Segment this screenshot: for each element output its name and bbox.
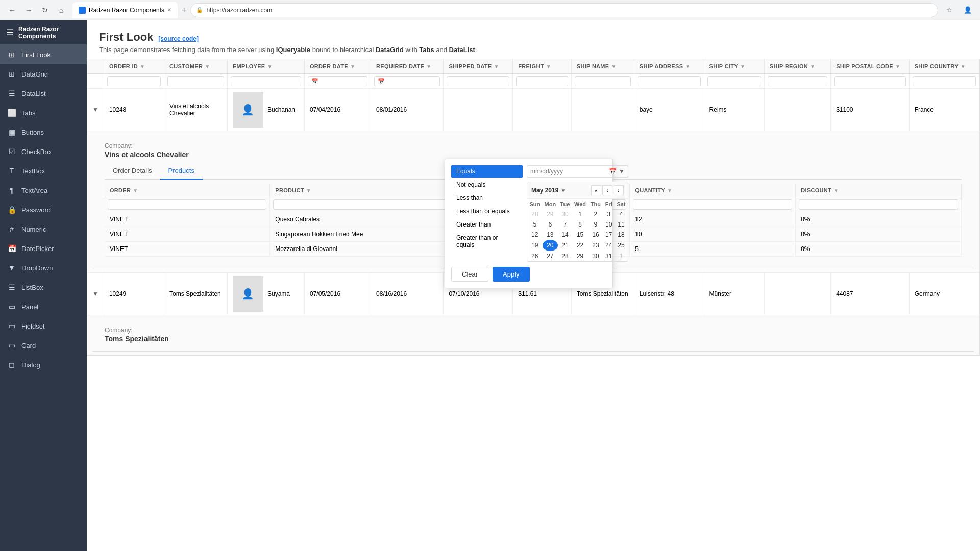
calendar-day[interactable]: 11 [615, 219, 628, 230]
sidebar-item-tabs[interactable]: ⬜Tabs [0, 103, 87, 122]
search-shipped-date[interactable] [447, 76, 509, 86]
search-ship-postal[interactable] [834, 76, 906, 86]
calendar-day[interactable]: 27 [543, 251, 558, 261]
sidebar-item-textarea[interactable]: ¶TextArea [0, 181, 87, 200]
browser-tab[interactable]: Radzen Razor Components ✕ [72, 2, 178, 18]
back-button[interactable]: ← [5, 3, 19, 17]
expand-button[interactable]: ▼ [92, 106, 99, 113]
calendar-day[interactable]: 12 [527, 230, 543, 240]
calendar-day[interactable]: 9 [588, 219, 603, 230]
cal-next-button[interactable]: › [614, 185, 624, 195]
order-date-filter-icon[interactable]: ▼ [350, 64, 355, 69]
dropdown-arrow-icon[interactable]: ▼ [619, 168, 625, 175]
cal-prev-prev-button[interactable]: « [591, 185, 601, 195]
filter-option-greater-than-or-equals[interactable]: Greater than or equals [451, 232, 523, 251]
ship-region-filter-icon[interactable]: ▼ [810, 64, 815, 69]
cal-prev-button[interactable]: ‹ [602, 185, 612, 195]
ship-address-filter-icon[interactable]: ▼ [685, 64, 690, 69]
apply-button[interactable]: Apply [493, 267, 530, 282]
calendar-day[interactable]: 29 [543, 209, 558, 219]
calendar-day[interactable]: 13 [543, 230, 558, 240]
search-required-date[interactable] [374, 76, 440, 86]
sidebar-item-buttons[interactable]: ▣Buttons [0, 122, 87, 142]
hamburger-icon[interactable]: ☰ [6, 28, 13, 37]
sub-quantity-filter-icon[interactable]: ▼ [667, 188, 672, 193]
order-id-filter-icon[interactable]: ▼ [140, 64, 145, 69]
calendar-day[interactable]: 6 [543, 219, 558, 230]
filter-option-not-equals[interactable]: Not equals [451, 179, 523, 191]
sub-search-quantity[interactable] [633, 199, 792, 210]
sidebar-item-datagrid[interactable]: ⊞DataGrid [0, 64, 87, 84]
calendar-day[interactable]: 19 [527, 240, 543, 251]
sidebar-item-datalist[interactable]: ☰DataList [0, 84, 87, 103]
calendar-day[interactable]: 8 [572, 219, 589, 230]
calendar-day[interactable]: 20 [543, 240, 558, 251]
freight-filter-icon[interactable]: ▼ [546, 64, 551, 69]
ship-postal-filter-icon[interactable]: ▼ [895, 64, 900, 69]
filter-option-greater-than[interactable]: Greater than [451, 218, 523, 231]
calendar-day[interactable]: 7 [558, 219, 572, 230]
calendar-day[interactable]: 26 [527, 251, 543, 261]
calendar-day[interactable]: 18 [615, 230, 628, 240]
sidebar-item-datepicker[interactable]: 📅DatePicker [0, 239, 87, 258]
search-freight[interactable] [516, 76, 568, 86]
expand-button[interactable]: ▼ [92, 290, 99, 297]
calendar-day[interactable]: 10 [603, 219, 615, 230]
search-ship-address[interactable] [638, 76, 701, 86]
source-link[interactable]: [source code] [158, 35, 199, 42]
calendar-day[interactable]: 28 [527, 209, 543, 219]
search-ship-name[interactable] [575, 76, 631, 86]
calendar-day[interactable]: 25 [615, 240, 628, 251]
calendar-day[interactable]: 4 [615, 209, 628, 219]
calendar-day[interactable]: 21 [558, 240, 572, 251]
filter-option-less-than[interactable]: Less than [451, 192, 523, 204]
calendar-day[interactable]: 1 [615, 251, 628, 261]
home-button[interactable]: ⌂ [54, 3, 68, 17]
sidebar-item-first-look[interactable]: ⊞First Look [0, 45, 87, 64]
bookmark-icon[interactable]: ☆ [942, 3, 957, 17]
tab-products[interactable]: Products [160, 163, 203, 180]
sidebar-item-dialog[interactable]: ◻Dialog [0, 355, 87, 374]
search-order-date[interactable] [308, 76, 368, 86]
filter-option-less-than-or-equals[interactable]: Less than or equals [451, 205, 523, 217]
sidebar-item-panel[interactable]: ▭Panel [0, 297, 87, 316]
sub-search-product[interactable] [273, 199, 460, 210]
calendar-day[interactable]: 14 [558, 230, 572, 240]
sidebar-item-card[interactable]: ▭Card [0, 336, 87, 355]
date-input[interactable] [530, 168, 607, 175]
calendar-day[interactable]: 31 [603, 251, 615, 261]
search-ship-country[interactable] [913, 76, 976, 86]
sub-search-discount[interactable] [799, 199, 958, 210]
calendar-day[interactable]: 1 [572, 209, 589, 219]
employee-filter-icon[interactable]: ▼ [267, 64, 273, 69]
search-ship-city[interactable] [707, 76, 761, 86]
ship-name-filter-icon[interactable]: ▼ [611, 64, 616, 69]
calendar-day[interactable]: 3 [603, 209, 615, 219]
customer-filter-icon[interactable]: ▼ [205, 64, 210, 69]
calendar-day[interactable]: 23 [588, 240, 603, 251]
ship-city-filter-icon[interactable]: ▼ [740, 64, 745, 69]
shipped-date-filter-icon[interactable]: ▼ [494, 64, 499, 69]
filter-option-equals[interactable]: Equals [451, 165, 523, 178]
ship-country-filter-icon[interactable]: ▼ [961, 64, 966, 69]
sidebar-item-listbox[interactable]: ☰ListBox [0, 278, 87, 297]
calendar-day[interactable]: 15 [572, 230, 589, 240]
sub-order-filter-icon[interactable]: ▼ [133, 188, 138, 193]
tab-close-icon[interactable]: ✕ [167, 7, 172, 13]
calendar-day[interactable]: 5 [527, 219, 543, 230]
search-customer[interactable] [167, 76, 224, 86]
sidebar-item-numeric[interactable]: #Numeric [0, 219, 87, 239]
address-bar[interactable]: 🔒 https://razor.radzen.com [190, 3, 938, 17]
profile-icon[interactable]: 👤 [961, 3, 975, 17]
calendar-day[interactable]: 16 [588, 230, 603, 240]
calendar-day[interactable]: 2 [588, 209, 603, 219]
new-tab-button[interactable]: + [182, 6, 186, 15]
search-ship-region[interactable] [768, 76, 827, 86]
calendar-day[interactable]: 29 [572, 251, 589, 261]
calendar-icon[interactable]: 📅 [609, 168, 617, 175]
sidebar-item-textbox[interactable]: TTextBox [0, 161, 87, 181]
search-employee[interactable] [231, 76, 301, 86]
sub-product-filter-icon[interactable]: ▼ [306, 188, 311, 193]
sub-discount-filter-icon[interactable]: ▼ [834, 188, 839, 193]
search-order-id[interactable] [107, 76, 161, 86]
